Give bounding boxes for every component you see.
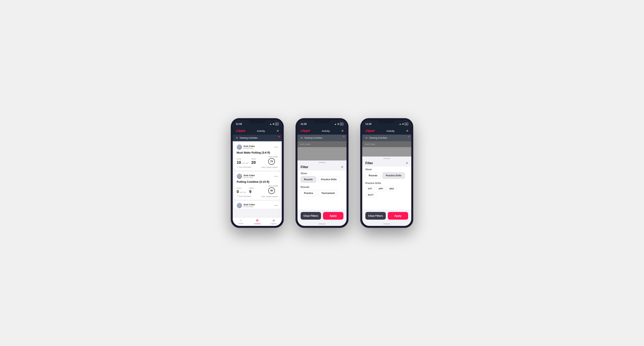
filter-footer-3: Clear Filters Apply	[362, 210, 411, 222]
filter-title: Filter	[300, 165, 308, 169]
page-title-3: Activity	[386, 130, 394, 133]
shots-label: Shots	[251, 158, 256, 160]
signal-icon-3: ▲	[399, 123, 401, 125]
status-icons-2: ▲ ≋ 31	[334, 123, 344, 125]
avatar-2	[237, 173, 242, 179]
activity-feed: Josh Coles 28 Feb 2023 ••• Must Make Put…	[233, 141, 282, 217]
more-options-icon-3[interactable]: •••	[274, 204, 278, 207]
capture-icon: ⊕	[272, 219, 275, 222]
rounds-toggle-3[interactable]: Rounds	[365, 173, 381, 179]
filter-sheet-3: Filter ✕ Show Rounds Practice Drills Pra…	[362, 157, 411, 222]
activities-label: Activities	[254, 223, 261, 225]
clear-filters-button-3[interactable]: Clear Filters	[365, 212, 386, 220]
drills-pill-group: OTT APP ARG PUTT	[365, 186, 408, 197]
viewing-bar[interactable]: ⚙ Viewing Activities	[233, 135, 282, 141]
battery-icon-2: 31	[340, 123, 344, 125]
card-user-2: Josh Coles 28 Feb 2023	[237, 173, 255, 179]
apply-button[interactable]: Apply	[323, 212, 344, 220]
sheet-header-3: Filter ✕	[362, 159, 411, 167]
card-user: Josh Coles 28 Feb 2023	[237, 144, 255, 150]
activity-card-1: Josh Coles 28 Feb 2023 ••• Must Make Put…	[234, 143, 280, 171]
practice-drills-section-label: Practice Drills	[365, 182, 408, 184]
battery-icon-3: 31	[404, 123, 408, 125]
home-icon: ⌂	[240, 219, 242, 222]
data-label-2: Data: Clippd Capture	[261, 195, 278, 197]
user-date-3: 28 Feb 2023	[243, 206, 255, 208]
filter-body: Show Rounds Practice Drills Rounds Pract…	[298, 171, 346, 202]
phone-2: 11:33 ▲ ≋ 31 clippd Activity ≡	[296, 118, 348, 228]
status-time-3: 11:33	[365, 123, 372, 125]
signal-icon-2: ▲	[334, 123, 336, 125]
phone-3: 11:33 ▲ ≋ 31 clippd Activity ≡	[360, 118, 413, 228]
menu-icon-2[interactable]: ≡	[342, 129, 344, 133]
user-name-2: Josh Coles	[243, 174, 255, 176]
close-button-3[interactable]: ✕	[406, 161, 408, 165]
dimmed-background: ⚙ Viewing Activities Josh Coles	[298, 135, 346, 161]
score-value: 10	[237, 160, 241, 165]
status-icons-3: ▲ ≋ 31	[399, 123, 408, 125]
close-button[interactable]: ✕	[341, 165, 344, 169]
shots-label-2: Shots	[249, 187, 254, 189]
rounds-toggle[interactable]: Rounds	[300, 176, 316, 182]
show-label-3: Show	[365, 168, 408, 171]
status-time-2: 11:33	[300, 123, 307, 125]
nav-bar-3: clippd Activity ≡	[362, 127, 411, 135]
nav-item-home[interactable]: ⌂ Home	[233, 219, 249, 225]
phones-container: 11:33 ▲ ≋ 31 clippd Activity ≡ ⚙	[231, 118, 413, 228]
card-footer: ⓘ Test Information Data: Clippd Capture	[237, 166, 278, 169]
sheet-header: Filter ✕	[298, 163, 346, 171]
show-toggle-group: Rounds Practice Drills	[300, 176, 344, 182]
shots-value-2: 9	[249, 189, 254, 194]
more-options-icon[interactable]: •••	[274, 146, 278, 149]
practice-drills-toggle-3[interactable]: Practice Drills	[382, 173, 405, 179]
notch-2	[313, 118, 331, 123]
arg-pill[interactable]: ARG	[387, 186, 396, 191]
score-value-2: 0	[237, 189, 239, 194]
phone-1: 11:33 ▲ ≋ 31 clippd Activity ≡ ⚙	[231, 118, 284, 228]
more-options-icon-2[interactable]: •••	[274, 175, 278, 178]
info-label: ⓘ Test Information	[237, 166, 251, 169]
menu-icon-3[interactable]: ≡	[406, 129, 408, 133]
nav-bar-2: clippd Activity ≡	[298, 127, 346, 135]
wifi-icon-2: ≋	[337, 123, 339, 125]
battery-icon: 31	[275, 123, 279, 125]
capture-label: Capture	[270, 223, 277, 225]
nav-item-activities[interactable]: ♻ Activities	[249, 219, 265, 225]
notch-3	[378, 118, 396, 123]
menu-icon[interactable]: ≡	[277, 129, 279, 133]
shot-quality-label: Shot Quality	[268, 156, 278, 158]
status-time: 11:33	[236, 123, 242, 125]
card-footer-2: ⓘ Test Information Data: Clippd Capture	[237, 195, 278, 198]
ott-pill[interactable]: OTT	[365, 186, 375, 191]
apply-button-3[interactable]: Apply	[388, 212, 408, 220]
activity-card-3: Josh Coles 28 Feb 2023 •••	[234, 201, 280, 209]
app-pill[interactable]: APP	[376, 186, 386, 191]
practice-toggle[interactable]: Practice	[300, 190, 316, 196]
user-date: 28 Feb 2023	[243, 147, 255, 149]
page-title: Activity	[257, 130, 265, 133]
shot-quality-badge: 75	[268, 158, 275, 165]
putt-pill[interactable]: PUTT	[365, 192, 376, 197]
info-label-2: ⓘ Test Information	[237, 195, 251, 198]
bottom-nav: ⌂ Home ♻ Activities ⊕ Capture	[233, 217, 282, 226]
filter-body-3: Show Rounds Practice Drills Practice Dri…	[362, 167, 411, 202]
wifi-icon: ≋	[272, 123, 274, 125]
rounds-toggle-group: Practice Tournament	[300, 190, 344, 196]
shots-value: 20	[251, 160, 256, 165]
show-toggle-group-3: Rounds Practice Drills	[365, 173, 408, 179]
app-logo-2: clippd	[300, 129, 310, 133]
nav-item-capture[interactable]: ⊕ Capture	[266, 219, 282, 225]
app-logo: clippd	[236, 129, 245, 133]
viewing-bar-text: Viewing Activities	[240, 137, 258, 139]
clear-filters-button[interactable]: Clear Filters	[300, 212, 321, 220]
tournament-toggle[interactable]: Tournament	[318, 190, 338, 196]
filter-icon: ⚙	[236, 137, 238, 139]
practice-drills-toggle[interactable]: Practice Drills	[318, 176, 340, 182]
card-stats: Score 10 OUT OF Shots 20	[237, 156, 278, 165]
activities-icon: ♻	[256, 219, 258, 222]
wifi-icon-3: ≋	[402, 123, 404, 125]
dimmed-background-3: ⚙ Viewing Activities Josh Coles	[362, 135, 411, 157]
outof-text: OUT OF	[242, 162, 248, 164]
activity-title-2: Putting Combine (3-15 ft)	[237, 180, 278, 183]
show-label: Show	[300, 172, 344, 175]
